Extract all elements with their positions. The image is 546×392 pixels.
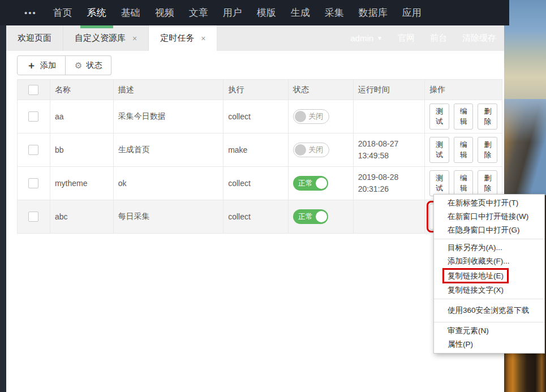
nav-item-article[interactable]: 文章: [182, 0, 216, 25]
chevron-down-icon: ▼: [377, 35, 382, 41]
nav-item-home[interactable]: 首页: [46, 0, 80, 25]
status-toggle-off[interactable]: 关闭: [293, 143, 329, 157]
tab-custom-resource[interactable]: 自定义资源库 ×: [63, 25, 149, 51]
menu-divider: [434, 299, 544, 299]
select-all-checkbox[interactable]: [28, 85, 38, 95]
menu-item-open-new-tab[interactable]: 在新标签页中打开(T): [434, 196, 544, 210]
table-row-abc: abc 每日采集 collect 正常 测试 编辑 删除: [18, 200, 502, 233]
header-desc: 描述: [114, 80, 224, 100]
username: admin: [350, 33, 373, 43]
cell-time: 2019-08-28 20:31:26: [354, 167, 425, 200]
link-official-site[interactable]: 官网: [398, 33, 415, 44]
cell-desc: 采集今日数据: [114, 100, 224, 133]
cell-name: aa: [50, 100, 114, 133]
annotation-red-box: 复制链接地址(E): [442, 268, 509, 283]
menu-item-open-incognito[interactable]: 在隐身窗口中打开(G): [434, 223, 544, 237]
link-clear-cache[interactable]: 清除缓存: [462, 33, 496, 44]
nav-item-template[interactable]: 模版: [250, 0, 283, 25]
close-icon[interactable]: ×: [201, 34, 205, 43]
toggle-label: 正常: [298, 212, 313, 222]
toggle-label: 关闭: [308, 145, 323, 155]
status-toggle-on[interactable]: 正常: [293, 209, 328, 224]
toggle-knob: [316, 178, 327, 189]
add-button[interactable]: ＋ 添加: [17, 55, 66, 75]
more-menu-icon[interactable]: •••: [24, 0, 37, 25]
cell-time: 2018-08-27 13:49:58: [354, 133, 425, 166]
nav-item-basic[interactable]: 基础: [114, 0, 148, 25]
menu-item-open-new-window[interactable]: 在新窗口中打开链接(W): [434, 210, 544, 223]
menu-divider: [434, 322, 544, 322]
sidebar-strip: [0, 25, 6, 392]
table-row-bb: bb 生成首页 make 关闭 2018-08-27 13:49:58 测试 编…: [18, 133, 502, 167]
nav-item-generate[interactable]: 生成: [283, 0, 317, 25]
nav-item-collect[interactable]: 采集: [317, 0, 351, 25]
cell-exec: collect: [223, 167, 289, 200]
header-name: 名称: [50, 80, 114, 100]
cell-desc: 每日采集: [114, 200, 224, 233]
wallpaper-cliff: [504, 99, 546, 195]
tab-welcome[interactable]: 欢迎页面: [6, 25, 63, 51]
status-toggle-on[interactable]: 正常: [293, 176, 328, 191]
context-menu: 在新标签页中打开(T) 在新窗口中打开链接(W) 在隐身窗口中打开(G) 目标另…: [433, 194, 545, 354]
table-row-mytheme: mytheme ok collect 正常 2019-08-28 20:31:2…: [18, 167, 502, 200]
edit-button[interactable]: 编辑: [454, 137, 474, 163]
cell-time: [354, 200, 425, 233]
menu-item-download-with-360[interactable]: 使用360安全浏览器下载: [434, 301, 544, 320]
user-bar: admin ▼ 官网 前台 清除缓存: [350, 25, 496, 51]
user-dropdown[interactable]: admin ▼: [350, 33, 382, 43]
toolbar: ＋ 添加 ⚙ 状态: [17, 55, 111, 75]
gear-icon: ⚙: [75, 61, 82, 71]
nav-item-user[interactable]: 用户: [216, 0, 250, 25]
menu-item-copy-link-address-annotated[interactable]: 复制链接地址(E): [434, 268, 544, 283]
toggle-knob: [295, 111, 306, 122]
tasks-table: 名称 描述 执行 状态 运行时间 操作 aa 采集今日数据 collect 关闭…: [17, 79, 502, 234]
nav-item-system[interactable]: 系统: [80, 0, 114, 25]
delete-button[interactable]: 删除: [478, 137, 497, 163]
test-button[interactable]: 测试: [429, 104, 449, 130]
row-checkbox[interactable]: [28, 178, 38, 188]
delete-button[interactable]: 删除: [478, 104, 497, 130]
header-status: 状态: [289, 80, 354, 100]
table-row-aa: aa 采集今日数据 collect 关闭 测试 编辑 删除: [18, 100, 502, 133]
menu-item-add-to-favorites[interactable]: 添加到收藏夹(F)...: [434, 255, 544, 268]
header-time: 运行时间: [354, 80, 425, 100]
edit-button[interactable]: 编辑: [454, 170, 474, 196]
cell-name: mytheme: [50, 167, 114, 200]
link-frontend[interactable]: 前台: [430, 33, 447, 44]
toggle-knob: [295, 144, 306, 156]
top-navbar: ••• 首页 系统 基础 视频 文章 用户 模版 生成 采集 数据库 应用: [0, 0, 509, 25]
test-button[interactable]: 测试: [429, 137, 449, 163]
toggle-knob: [316, 211, 327, 222]
wallpaper-sky: [504, 0, 546, 99]
row-checkbox[interactable]: [28, 145, 38, 155]
menu-item-inspect-element[interactable]: 审查元素(N): [434, 324, 544, 338]
tab-label: 欢迎页面: [18, 33, 51, 44]
nav-item-database[interactable]: 数据库: [351, 0, 395, 25]
delete-button[interactable]: 删除: [478, 170, 497, 196]
edit-button[interactable]: 编辑: [454, 104, 474, 130]
cell-exec: collect: [223, 200, 289, 233]
cell-desc: 生成首页: [114, 133, 224, 166]
header-exec: 执行: [223, 80, 289, 100]
toggle-label: 正常: [298, 178, 313, 188]
menu-item-save-target-as[interactable]: 目标另存为(A)...: [434, 241, 544, 255]
tab-bar: 欢迎页面 自定义资源库 × 定时任务 × admin ▼ 官网 前台 清除缓存: [6, 25, 504, 51]
table-header-row: 名称 描述 执行 状态 运行时间 操作: [18, 80, 502, 100]
add-button-label: 添加: [40, 61, 56, 71]
row-checkbox[interactable]: [28, 212, 38, 222]
tab-scheduled-tasks[interactable]: 定时任务 ×: [149, 25, 217, 51]
close-icon[interactable]: ×: [132, 34, 137, 43]
status-button-label: 状态: [86, 61, 102, 71]
status-toggle-off[interactable]: 关闭: [293, 109, 329, 124]
nav-item-video[interactable]: 视频: [148, 0, 182, 25]
nav-item-app[interactable]: 应用: [395, 0, 429, 25]
cell-exec: make: [223, 133, 289, 166]
test-button[interactable]: 测试: [429, 170, 449, 196]
menu-item-copy-link-text[interactable]: 复制链接文字(X): [434, 283, 544, 297]
tab-label: 自定义资源库: [75, 33, 126, 44]
row-checkbox[interactable]: [28, 111, 38, 122]
menu-item-properties[interactable]: 属性(P): [434, 338, 544, 351]
status-button[interactable]: ⚙ 状态: [66, 55, 111, 75]
cell-name: abc: [50, 200, 114, 233]
toggle-label: 关闭: [308, 111, 323, 122]
